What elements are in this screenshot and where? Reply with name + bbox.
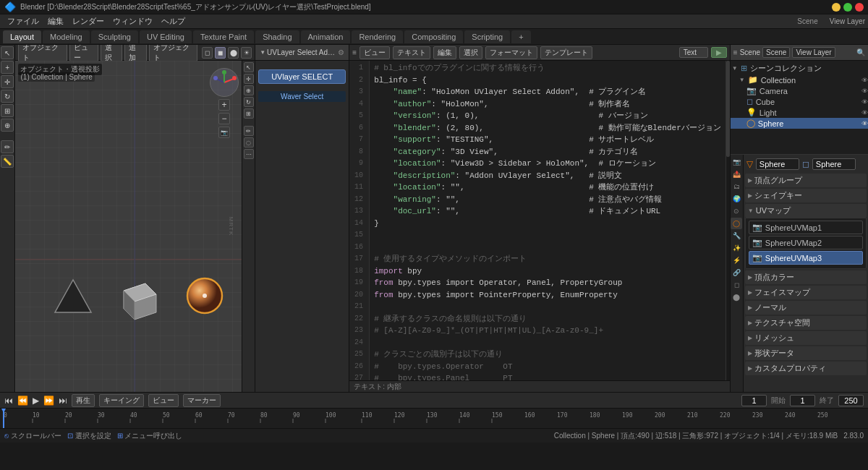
tab-uv-editing[interactable]: UV Editing bbox=[140, 30, 192, 43]
normal-header[interactable]: ▶ ノーマル bbox=[745, 301, 867, 315]
camera-view-btn[interactable]: 📷 bbox=[218, 127, 230, 138]
props-tab-modifiers[interactable]: 🔧 bbox=[731, 230, 742, 242]
custom-props-header[interactable]: ▶ カスタムプロパティ bbox=[745, 362, 867, 375]
tab-texture-paint[interactable]: Texture Paint bbox=[193, 30, 254, 43]
code-run-btn[interactable]: ▶ bbox=[711, 47, 727, 58]
props-tab-view-layer[interactable]: 🗂 bbox=[731, 181, 742, 192]
props-tab-constraints[interactable]: 🔗 bbox=[731, 267, 742, 278]
face-map-header[interactable]: ▶ フェイスマップ bbox=[745, 286, 867, 299]
shading-material[interactable]: ⬤ bbox=[228, 47, 239, 59]
shape-data-header[interactable]: ▶ 形状データ bbox=[745, 346, 867, 360]
frame-end-input[interactable]: 250 bbox=[838, 395, 864, 406]
tab-rendering[interactable]: Rendering bbox=[352, 30, 403, 43]
object-name-input[interactable] bbox=[756, 158, 799, 170]
viewport-canvas[interactable]: + − 📷 ↖ ✛ ⊕ ↻ ⊞ ✏ ◌ ⋯ MRTK bbox=[15, 61, 255, 392]
code-view-menu[interactable]: ビュー bbox=[359, 46, 390, 59]
props-tab-material[interactable]: ⬤ bbox=[731, 291, 742, 303]
scene-collection-item[interactable]: ▼ ⊞ シーンコレクション bbox=[731, 62, 868, 74]
code-edit-menu[interactable]: 編集 bbox=[433, 46, 456, 59]
minimize-btn[interactable] bbox=[832, 3, 841, 12]
tool-strip-cursor[interactable]: ✛ bbox=[244, 74, 254, 84]
zoom-in-btn[interactable]: + bbox=[218, 99, 230, 111]
tab-animation[interactable]: Animation bbox=[301, 30, 351, 43]
shading-solid[interactable]: ◼ bbox=[215, 47, 226, 59]
cube-item[interactable]: ◻ Cube 👁 bbox=[731, 96, 868, 107]
code-text-menu[interactable]: テキスト bbox=[393, 46, 430, 59]
nav-gizmo[interactable] bbox=[210, 68, 239, 97]
tool-move[interactable]: ✛ bbox=[1, 75, 14, 88]
texture-space-header[interactable]: ▶ テクスチャ空間 bbox=[745, 316, 867, 330]
collection-item[interactable]: ▼ 📁 Collection 👁 bbox=[731, 74, 868, 85]
code-text[interactable]: # bl_infoでのプラグインに関する情報を行うbl_info = { "na… bbox=[370, 61, 726, 380]
camera-eye-icon[interactable]: 👁 bbox=[861, 87, 868, 95]
tool-strip-scale[interactable]: ⊞ bbox=[244, 108, 254, 119]
code-template-menu[interactable]: テンプレート bbox=[540, 46, 592, 59]
shading-rendered[interactable]: ☀ bbox=[241, 47, 252, 59]
tab-sculpting[interactable]: Sculpting bbox=[91, 30, 138, 43]
skip-end-btn[interactable]: ⏭ bbox=[59, 396, 67, 406]
play-btn[interactable]: ▶ bbox=[33, 396, 39, 406]
playback-menu[interactable]: 再生 bbox=[72, 394, 95, 407]
uvmap-item-2[interactable]: 📷 SphereUVMap2 bbox=[749, 236, 863, 249]
menu-file[interactable]: ファイル bbox=[3, 14, 43, 28]
face-color-header[interactable]: ▶ 頂点カラー bbox=[745, 270, 867, 284]
mesh-name-input[interactable] bbox=[812, 158, 856, 170]
uvlayer-select-button[interactable]: UVlayer SELECT bbox=[258, 69, 346, 84]
view-layer-selector[interactable]: View Layer bbox=[792, 47, 835, 58]
play-reverse-btn[interactable]: ⏮ bbox=[4, 396, 13, 406]
tool-transform[interactable]: ⊕ bbox=[1, 119, 14, 132]
tool-measure[interactable]: 📏 bbox=[1, 155, 14, 168]
tool-scale[interactable]: ⊞ bbox=[1, 104, 14, 117]
step-forward-btn[interactable]: ⏩ bbox=[43, 396, 54, 406]
code-format-menu[interactable]: フォーマット bbox=[485, 46, 537, 59]
current-frame-input[interactable]: 1 bbox=[741, 395, 767, 406]
code-select-menu[interactable]: 選択 bbox=[459, 46, 482, 59]
tab-layout[interactable]: Layout bbox=[3, 30, 41, 43]
props-tab-scene[interactable]: 🌍 bbox=[731, 193, 742, 205]
code-filename[interactable]: Text bbox=[679, 47, 708, 58]
uv-map-header[interactable]: ▼ UVマップ bbox=[745, 204, 867, 218]
tool-annotate[interactable]: ✏ bbox=[1, 140, 14, 153]
filter-icon[interactable]: 🔍 bbox=[856, 48, 865, 56]
marker-menu[interactable]: マーカー bbox=[183, 394, 221, 407]
settings-icon[interactable]: ⚙ bbox=[338, 48, 344, 56]
props-tab-physics[interactable]: ⚡ bbox=[731, 255, 742, 266]
props-tab-world[interactable]: ⊙ bbox=[731, 205, 742, 217]
tool-strip-select[interactable]: ↖ bbox=[244, 62, 254, 72]
tab-compositing[interactable]: Compositing bbox=[404, 30, 463, 43]
tool-cursor[interactable]: + bbox=[1, 61, 14, 74]
tab-add[interactable]: + bbox=[511, 30, 530, 43]
uvmap-item-3[interactable]: 📷 SphereUVMap3 bbox=[749, 251, 863, 265]
light-eye-icon[interactable]: 👁 bbox=[861, 109, 868, 116]
timeline-ruler[interactable]: 0 10 20 30 40 50 60 70 80 90 1 bbox=[0, 409, 868, 428]
scene-sphere[interactable] bbox=[185, 276, 225, 316]
tab-shading[interactable]: Shading bbox=[255, 30, 299, 43]
props-tab-data[interactable]: ◻ bbox=[731, 279, 742, 291]
props-tab-output[interactable]: 📤 bbox=[731, 168, 742, 180]
tool-strip-rotate[interactable]: ↻ bbox=[244, 97, 254, 107]
view-menu-tl[interactable]: ビュー bbox=[148, 394, 179, 407]
zoom-out-btn[interactable]: − bbox=[218, 113, 230, 124]
scene-selector[interactable]: Scene bbox=[762, 47, 790, 58]
step-back-btn[interactable]: ⏪ bbox=[17, 396, 28, 406]
tool-strip-annotate[interactable]: ✏ bbox=[244, 126, 254, 136]
shape-key-header[interactable]: ▶ シェイプキー bbox=[745, 189, 867, 202]
menu-help[interactable]: ヘルプ bbox=[157, 14, 190, 28]
close-btn[interactable] bbox=[855, 3, 864, 12]
maximize-btn[interactable] bbox=[843, 3, 852, 12]
tool-strip-move[interactable]: ⊕ bbox=[244, 85, 254, 95]
tool-select[interactable]: ↖ bbox=[1, 46, 14, 59]
frame-number-input[interactable] bbox=[790, 395, 815, 406]
tool-strip-smooth[interactable]: ◌ bbox=[244, 137, 254, 148]
vertex-group-header[interactable]: ▶ 頂点グループ bbox=[745, 174, 867, 187]
tool-strip-extra[interactable]: ⋯ bbox=[244, 149, 254, 159]
tool-rotate[interactable]: ↻ bbox=[1, 90, 14, 103]
cube-eye-icon[interactable]: 👁 bbox=[861, 98, 868, 106]
tab-scripting[interactable]: Scripting bbox=[464, 30, 510, 43]
props-tab-object[interactable]: ◯ bbox=[731, 218, 742, 229]
menu-render[interactable]: レンダー bbox=[68, 14, 109, 28]
keying-menu[interactable]: キーイング bbox=[99, 394, 144, 407]
remesh-header[interactable]: ▶ リメッシュ bbox=[745, 331, 867, 345]
camera-item[interactable]: 📷 Camera 👁 bbox=[731, 85, 868, 96]
uvmap-item-1[interactable]: 📷 SphereUVMap1 bbox=[749, 221, 863, 234]
